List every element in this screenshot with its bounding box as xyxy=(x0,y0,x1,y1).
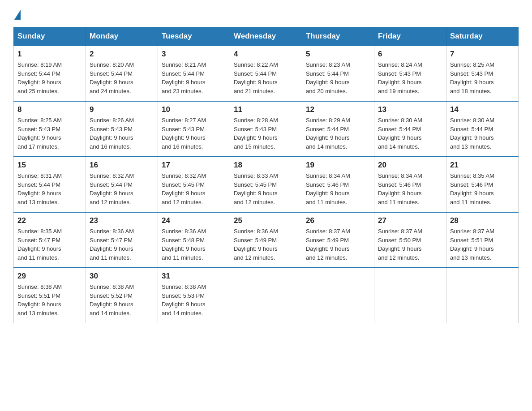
calendar-cell: 21 Sunrise: 8:35 AM Sunset: 5:46 PM Dayl… xyxy=(446,157,518,212)
day-info: Sunrise: 8:37 AM Sunset: 5:50 PM Dayligh… xyxy=(378,227,442,262)
day-info: Sunrise: 8:21 AM Sunset: 5:44 PM Dayligh… xyxy=(162,60,226,95)
calendar-table: SundayMondayTuesdayWednesdayThursdayFrid… xyxy=(13,27,519,323)
day-info: Sunrise: 8:36 AM Sunset: 5:48 PM Dayligh… xyxy=(162,227,226,262)
day-number: 4 xyxy=(234,50,298,59)
weekday-header-wednesday: Wednesday xyxy=(230,27,302,46)
day-info: Sunrise: 8:37 AM Sunset: 5:51 PM Dayligh… xyxy=(450,227,515,262)
calendar-cell: 28 Sunrise: 8:37 AM Sunset: 5:51 PM Dayl… xyxy=(446,212,518,268)
calendar-cell: 8 Sunrise: 8:25 AM Sunset: 5:43 PM Dayli… xyxy=(14,101,86,157)
day-number: 24 xyxy=(162,216,226,225)
calendar-cell: 12 Sunrise: 8:29 AM Sunset: 5:44 PM Dayl… xyxy=(302,101,374,157)
day-info: Sunrise: 8:37 AM Sunset: 5:49 PM Dayligh… xyxy=(306,227,370,262)
day-number: 14 xyxy=(450,105,515,114)
calendar-week-5: 29 Sunrise: 8:38 AM Sunset: 5:51 PM Dayl… xyxy=(14,268,519,323)
logo-triangle-icon xyxy=(14,10,21,20)
day-info: Sunrise: 8:30 AM Sunset: 5:44 PM Dayligh… xyxy=(378,116,442,151)
day-info: Sunrise: 8:29 AM Sunset: 5:44 PM Dayligh… xyxy=(306,116,370,151)
day-number: 13 xyxy=(378,105,442,114)
calendar-cell: 31 Sunrise: 8:38 AM Sunset: 5:53 PM Dayl… xyxy=(158,268,230,323)
calendar-cell: 25 Sunrise: 8:36 AM Sunset: 5:49 PM Dayl… xyxy=(230,212,302,268)
calendar-cell xyxy=(230,268,302,323)
calendar-cell: 29 Sunrise: 8:38 AM Sunset: 5:51 PM Dayl… xyxy=(14,268,86,323)
day-info: Sunrise: 8:28 AM Sunset: 5:43 PM Dayligh… xyxy=(234,116,298,151)
day-number: 18 xyxy=(234,161,298,170)
day-info: Sunrise: 8:23 AM Sunset: 5:44 PM Dayligh… xyxy=(306,60,370,95)
weekday-header-tuesday: Tuesday xyxy=(158,27,230,46)
calendar-cell: 27 Sunrise: 8:37 AM Sunset: 5:50 PM Dayl… xyxy=(374,212,446,268)
day-number: 3 xyxy=(162,50,226,59)
day-number: 12 xyxy=(306,105,370,114)
calendar-week-1: 1 Sunrise: 8:19 AM Sunset: 5:44 PM Dayli… xyxy=(14,46,519,101)
day-number: 25 xyxy=(234,216,298,225)
page-header xyxy=(13,9,519,19)
day-number: 16 xyxy=(90,161,154,170)
calendar-cell: 22 Sunrise: 8:35 AM Sunset: 5:47 PM Dayl… xyxy=(14,212,86,268)
day-number: 17 xyxy=(162,161,226,170)
day-number: 28 xyxy=(450,216,515,225)
calendar-cell: 17 Sunrise: 8:32 AM Sunset: 5:45 PM Dayl… xyxy=(158,157,230,212)
calendar-week-2: 8 Sunrise: 8:25 AM Sunset: 5:43 PM Dayli… xyxy=(14,101,519,157)
calendar-cell: 23 Sunrise: 8:36 AM Sunset: 5:47 PM Dayl… xyxy=(86,212,158,268)
calendar-cell: 2 Sunrise: 8:20 AM Sunset: 5:44 PM Dayli… xyxy=(86,46,158,101)
calendar-cell: 5 Sunrise: 8:23 AM Sunset: 5:44 PM Dayli… xyxy=(302,46,374,101)
calendar-cell xyxy=(302,268,374,323)
calendar-cell: 14 Sunrise: 8:30 AM Sunset: 5:44 PM Dayl… xyxy=(446,101,518,157)
day-number: 15 xyxy=(17,161,82,170)
calendar-cell: 4 Sunrise: 8:22 AM Sunset: 5:44 PM Dayli… xyxy=(230,46,302,101)
day-info: Sunrise: 8:30 AM Sunset: 5:44 PM Dayligh… xyxy=(450,116,515,151)
day-info: Sunrise: 8:35 AM Sunset: 5:47 PM Dayligh… xyxy=(17,227,82,262)
calendar-week-3: 15 Sunrise: 8:31 AM Sunset: 5:44 PM Dayl… xyxy=(14,157,519,212)
calendar-cell: 13 Sunrise: 8:30 AM Sunset: 5:44 PM Dayl… xyxy=(374,101,446,157)
day-number: 23 xyxy=(90,216,154,225)
day-number: 6 xyxy=(378,50,442,59)
calendar-cell: 18 Sunrise: 8:33 AM Sunset: 5:45 PM Dayl… xyxy=(230,157,302,212)
calendar-cell: 9 Sunrise: 8:26 AM Sunset: 5:43 PM Dayli… xyxy=(86,101,158,157)
day-info: Sunrise: 8:38 AM Sunset: 5:51 PM Dayligh… xyxy=(17,283,82,317)
day-info: Sunrise: 8:36 AM Sunset: 5:47 PM Dayligh… xyxy=(90,227,154,262)
day-number: 10 xyxy=(162,105,226,114)
calendar-cell: 3 Sunrise: 8:21 AM Sunset: 5:44 PM Dayli… xyxy=(158,46,230,101)
day-info: Sunrise: 8:36 AM Sunset: 5:49 PM Dayligh… xyxy=(234,227,298,262)
day-info: Sunrise: 8:38 AM Sunset: 5:52 PM Dayligh… xyxy=(90,283,154,317)
calendar-cell xyxy=(374,268,446,323)
day-info: Sunrise: 8:22 AM Sunset: 5:44 PM Dayligh… xyxy=(234,60,298,95)
day-info: Sunrise: 8:32 AM Sunset: 5:44 PM Dayligh… xyxy=(90,171,154,206)
day-number: 11 xyxy=(234,105,298,114)
weekday-header-friday: Friday xyxy=(374,27,446,46)
day-info: Sunrise: 8:24 AM Sunset: 5:43 PM Dayligh… xyxy=(378,60,442,95)
logo xyxy=(13,9,21,19)
day-number: 8 xyxy=(17,105,82,114)
day-number: 2 xyxy=(90,50,154,59)
day-number: 21 xyxy=(450,161,515,170)
day-number: 9 xyxy=(90,105,154,114)
day-info: Sunrise: 8:31 AM Sunset: 5:44 PM Dayligh… xyxy=(17,171,82,206)
day-number: 7 xyxy=(450,50,515,59)
day-info: Sunrise: 8:32 AM Sunset: 5:45 PM Dayligh… xyxy=(162,171,226,206)
day-info: Sunrise: 8:26 AM Sunset: 5:43 PM Dayligh… xyxy=(90,116,154,151)
calendar-cell: 15 Sunrise: 8:31 AM Sunset: 5:44 PM Dayl… xyxy=(14,157,86,212)
day-info: Sunrise: 8:20 AM Sunset: 5:44 PM Dayligh… xyxy=(90,60,154,95)
day-info: Sunrise: 8:19 AM Sunset: 5:44 PM Dayligh… xyxy=(17,60,82,95)
day-info: Sunrise: 8:25 AM Sunset: 5:43 PM Dayligh… xyxy=(17,116,82,151)
day-number: 26 xyxy=(306,216,370,225)
day-info: Sunrise: 8:35 AM Sunset: 5:46 PM Dayligh… xyxy=(450,171,515,206)
weekday-header-saturday: Saturday xyxy=(446,27,518,46)
calendar-cell: 7 Sunrise: 8:25 AM Sunset: 5:43 PM Dayli… xyxy=(446,46,518,101)
weekday-header-monday: Monday xyxy=(86,27,158,46)
day-info: Sunrise: 8:25 AM Sunset: 5:43 PM Dayligh… xyxy=(450,60,515,95)
calendar-cell: 16 Sunrise: 8:32 AM Sunset: 5:44 PM Dayl… xyxy=(86,157,158,212)
calendar-cell: 24 Sunrise: 8:36 AM Sunset: 5:48 PM Dayl… xyxy=(158,212,230,268)
day-number: 31 xyxy=(162,272,226,281)
day-info: Sunrise: 8:34 AM Sunset: 5:46 PM Dayligh… xyxy=(378,171,442,206)
day-info: Sunrise: 8:27 AM Sunset: 5:43 PM Dayligh… xyxy=(162,116,226,151)
calendar-cell xyxy=(446,268,518,323)
weekday-header-row: SundayMondayTuesdayWednesdayThursdayFrid… xyxy=(14,27,519,46)
calendar-week-4: 22 Sunrise: 8:35 AM Sunset: 5:47 PM Dayl… xyxy=(14,212,519,268)
calendar-cell: 19 Sunrise: 8:34 AM Sunset: 5:46 PM Dayl… xyxy=(302,157,374,212)
day-info: Sunrise: 8:38 AM Sunset: 5:53 PM Dayligh… xyxy=(162,283,226,317)
calendar-cell: 1 Sunrise: 8:19 AM Sunset: 5:44 PM Dayli… xyxy=(14,46,86,101)
calendar-cell: 10 Sunrise: 8:27 AM Sunset: 5:43 PM Dayl… xyxy=(158,101,230,157)
calendar-cell: 30 Sunrise: 8:38 AM Sunset: 5:52 PM Dayl… xyxy=(86,268,158,323)
day-number: 20 xyxy=(378,161,442,170)
day-number: 27 xyxy=(378,216,442,225)
